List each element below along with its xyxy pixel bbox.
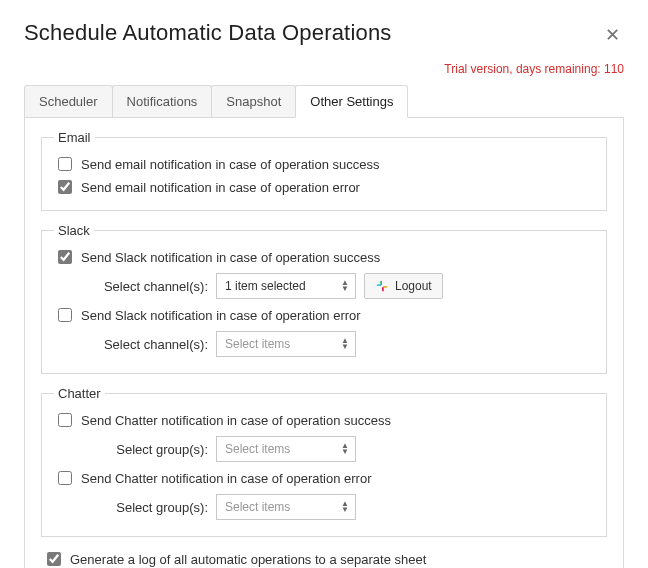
label-generate-log: Generate a log of all automatic operatio… [70, 552, 426, 567]
label-chatter-error: Send Chatter notification in case of ope… [81, 471, 372, 486]
checkbox-chatter-error[interactable] [58, 471, 72, 485]
svg-rect-2 [380, 281, 382, 285]
select-slack-error-placeholder: Select items [225, 337, 290, 351]
group-chatter: Chatter Send Chatter notification in cas… [41, 386, 607, 537]
select-slack-success-channels[interactable]: 1 item selected ▲▼ [216, 273, 356, 299]
select-slack-success-value: 1 item selected [225, 279, 306, 293]
label-slack-error: Send Slack notification in case of opera… [81, 308, 361, 323]
label-slack-logout: Logout [395, 279, 432, 293]
dialog-title: Schedule Automatic Data Operations [24, 20, 392, 46]
select-chatter-success-groups[interactable]: Select items ▲▼ [216, 436, 356, 462]
label-slack-success: Send Slack notification in case of opera… [81, 250, 380, 265]
close-icon[interactable]: ✕ [601, 22, 624, 48]
dialog-schedule-automatic-data-operations: Schedule Automatic Data Operations ✕ Tri… [0, 0, 648, 568]
checkbox-email-success[interactable] [58, 157, 72, 171]
checkbox-email-error[interactable] [58, 180, 72, 194]
label-chatter-success-groups: Select group(s): [90, 442, 208, 457]
group-email: Email Send email notification in case of… [41, 130, 607, 211]
checkbox-slack-success[interactable] [58, 250, 72, 264]
spinner-icon: ▲▼ [341, 280, 349, 292]
button-slack-logout[interactable]: Logout [364, 273, 443, 299]
svg-rect-3 [382, 287, 384, 291]
label-chatter-error-groups: Select group(s): [90, 500, 208, 515]
select-chatter-error-placeholder: Select items [225, 500, 290, 514]
select-chatter-error-groups[interactable]: Select items ▲▼ [216, 494, 356, 520]
slack-icon [375, 279, 389, 293]
tab-scheduler[interactable]: Scheduler [24, 85, 113, 117]
group-chatter-legend: Chatter [54, 386, 105, 401]
group-slack-legend: Slack [54, 223, 94, 238]
label-email-error: Send email notification in case of opera… [81, 180, 360, 195]
label-chatter-success: Send Chatter notification in case of ope… [81, 413, 391, 428]
select-slack-error-channels[interactable]: Select items ▲▼ [216, 331, 356, 357]
group-slack: Slack Send Slack notification in case of… [41, 223, 607, 374]
tab-snapshot[interactable]: Snapshot [211, 85, 296, 117]
checkbox-slack-error[interactable] [58, 308, 72, 322]
trial-notice: Trial version, days remaining: 110 [24, 62, 624, 76]
label-email-success: Send email notification in case of opera… [81, 157, 379, 172]
label-slack-success-channels: Select channel(s): [90, 279, 208, 294]
checkbox-generate-log[interactable] [47, 552, 61, 566]
spinner-icon: ▲▼ [341, 338, 349, 350]
group-email-legend: Email [54, 130, 95, 145]
tab-notifications[interactable]: Notifications [112, 85, 213, 117]
checkbox-chatter-success[interactable] [58, 413, 72, 427]
tab-other-settings[interactable]: Other Settings [295, 85, 408, 118]
panel-other-settings: Email Send email notification in case of… [24, 118, 624, 568]
label-slack-error-channels: Select channel(s): [90, 337, 208, 352]
tab-bar: Scheduler Notifications Snapshot Other S… [24, 84, 624, 118]
spinner-icon: ▲▼ [341, 443, 349, 455]
spinner-icon: ▲▼ [341, 501, 349, 513]
select-chatter-success-placeholder: Select items [225, 442, 290, 456]
